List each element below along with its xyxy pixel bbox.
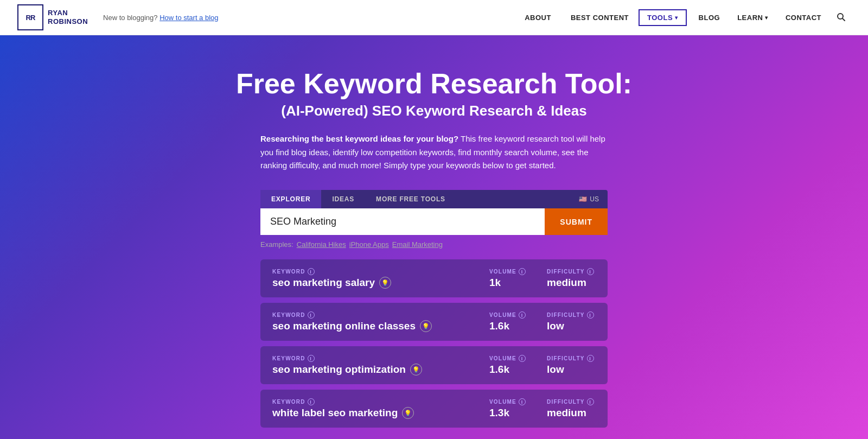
logo-name: RYAN ROBINSON <box>48 9 88 26</box>
lightbulb-icon[interactable]: 💡 <box>410 364 422 376</box>
table-row[interactable]: KEYWORD i seo marketing optimization 💡 V… <box>260 346 608 384</box>
volume-value: 1.6k <box>489 364 538 376</box>
search-icon-btn[interactable] <box>831 8 851 27</box>
start-blog-link[interactable]: How to start a blog <box>159 14 218 22</box>
volume-info-icon[interactable]: i <box>519 398 526 405</box>
volume-value: 1.6k <box>489 320 538 332</box>
tab-explorer[interactable]: EXPLORER <box>260 190 321 208</box>
volume-column: VOLUME i 1.6k <box>489 311 538 332</box>
lightbulb-icon[interactable]: 💡 <box>420 320 432 332</box>
hero-title: Free Keyword Research Tool: <box>236 68 632 100</box>
difficulty-info-icon[interactable]: i <box>587 398 594 405</box>
difficulty-column: DIFFICULTY i low <box>547 311 596 332</box>
difficulty-column: DIFFICULTY i medium <box>547 268 596 289</box>
tool-tabs-row: EXPLORER IDEAS MORE FREE TOOLS 🇺🇸 US <box>260 190 608 208</box>
hero-desc-bold: Researching the best keyword ideas for y… <box>260 134 458 143</box>
difficulty-value: low <box>547 320 596 332</box>
example-email-marketing[interactable]: Email Marketing <box>392 240 443 249</box>
tool-widget: EXPLORER IDEAS MORE FREE TOOLS 🇺🇸 US SUB… <box>260 190 608 249</box>
examples-prefix: Examples: <box>260 240 293 249</box>
main-nav: ABOUT BEST CONTENT TOOLS ▾ BLOG LEARN ▾ … <box>515 8 851 27</box>
difficulty-label: DIFFICULTY i <box>547 398 596 405</box>
difficulty-label: DIFFICULTY i <box>547 311 596 319</box>
nav-learn[interactable]: LEARN ▾ <box>730 9 776 26</box>
tab-more-free-tools[interactable]: MORE FREE TOOLS <box>365 190 456 208</box>
volume-label: VOLUME i <box>489 355 538 362</box>
flag-label: US <box>590 195 599 203</box>
logo-icon: RR <box>17 4 43 30</box>
svg-line-1 <box>843 18 845 21</box>
keyword-column: KEYWORD i seo marketing salary 💡 <box>272 268 481 289</box>
keyword-info-icon[interactable]: i <box>308 355 315 362</box>
tool-examples: Examples: California Hikes iPhone Apps E… <box>260 240 608 249</box>
difficulty-value: medium <box>547 407 596 419</box>
keyword-column: KEYWORD i seo marketing optimization 💡 <box>272 355 481 376</box>
volume-info-icon[interactable]: i <box>519 268 526 275</box>
keyword-info-icon[interactable]: i <box>308 268 315 275</box>
volume-column: VOLUME i 1k <box>489 268 538 289</box>
results-list: KEYWORD i seo marketing salary 💡 VOLUME … <box>260 259 608 428</box>
difficulty-value: medium <box>547 277 596 289</box>
hero-description: Researching the best keyword ideas for y… <box>260 132 608 173</box>
difficulty-info-icon[interactable]: i <box>587 311 594 319</box>
keyword-column: KEYWORD i white label seo marketing 💡 <box>272 398 481 419</box>
learn-chevron-icon: ▾ <box>765 15 768 21</box>
difficulty-column: DIFFICULTY i low <box>547 355 596 376</box>
difficulty-label: DIFFICULTY i <box>547 268 596 275</box>
search-icon <box>837 12 845 21</box>
keyword-value: white label seo marketing 💡 <box>272 407 481 419</box>
volume-info-icon[interactable]: i <box>519 311 526 319</box>
keyword-value: seo marketing salary 💡 <box>272 277 481 289</box>
volume-value: 1k <box>489 277 538 289</box>
example-california-hikes[interactable]: California Hikes <box>297 240 346 249</box>
navbar: RR RYAN ROBINSON New to blogging? How to… <box>0 0 868 35</box>
keyword-value: seo marketing online classes 💡 <box>272 320 481 332</box>
keyword-label: KEYWORD i <box>272 311 481 319</box>
keyword-info-icon[interactable]: i <box>308 398 315 405</box>
keyword-info-icon[interactable]: i <box>308 311 315 319</box>
volume-label: VOLUME i <box>489 398 538 405</box>
volume-label: VOLUME i <box>489 311 538 319</box>
hero-subtitle: (AI-Powered) SEO Keyword Research & Idea… <box>281 103 587 119</box>
keyword-search-input[interactable] <box>260 208 545 235</box>
lightbulb-icon[interactable]: 💡 <box>402 407 414 419</box>
keyword-label: KEYWORD i <box>272 398 481 405</box>
nav-best-content[interactable]: BEST CONTENT <box>561 9 639 26</box>
flag-indicator: 🇺🇸 US <box>570 190 608 208</box>
difficulty-info-icon[interactable]: i <box>587 355 594 362</box>
lightbulb-icon[interactable]: 💡 <box>379 277 391 289</box>
tool-search-row: SUBMIT <box>260 208 608 235</box>
logo[interactable]: RR RYAN ROBINSON <box>17 4 88 30</box>
tools-chevron-icon: ▾ <box>675 15 678 21</box>
table-row[interactable]: KEYWORD i white label seo marketing 💡 VO… <box>260 390 608 428</box>
keyword-label: KEYWORD i <box>272 268 481 275</box>
volume-column: VOLUME i 1.6k <box>489 355 538 376</box>
volume-label: VOLUME i <box>489 268 538 275</box>
keyword-column: KEYWORD i seo marketing online classes 💡 <box>272 311 481 332</box>
volume-info-icon[interactable]: i <box>519 355 526 362</box>
difficulty-value: low <box>547 364 596 376</box>
nav-contact[interactable]: CONTACT <box>776 9 831 26</box>
volume-value: 1.3k <box>489 407 538 419</box>
example-iphone-apps[interactable]: iPhone Apps <box>349 240 389 249</box>
tab-ideas[interactable]: IDEAS <box>321 190 365 208</box>
hero-section: Free Keyword Research Tool: (AI-Powered)… <box>0 35 868 439</box>
volume-column: VOLUME i 1.3k <box>489 398 538 419</box>
table-row[interactable]: KEYWORD i seo marketing salary 💡 VOLUME … <box>260 259 608 297</box>
logo-abbr: RR <box>26 14 35 22</box>
nav-blog[interactable]: BLOG <box>689 9 730 26</box>
keyword-label: KEYWORD i <box>272 355 481 362</box>
difficulty-label: DIFFICULTY i <box>547 355 596 362</box>
difficulty-column: DIFFICULTY i medium <box>547 398 596 419</box>
keyword-value: seo marketing optimization 💡 <box>272 364 481 376</box>
table-row[interactable]: KEYWORD i seo marketing online classes 💡… <box>260 303 608 341</box>
nav-tools[interactable]: TOOLS ▾ <box>639 9 687 26</box>
flag-emoji: 🇺🇸 <box>579 195 587 203</box>
nav-about[interactable]: ABOUT <box>515 9 561 26</box>
navbar-tagline: New to blogging? How to start a blog <box>103 14 218 22</box>
difficulty-info-icon[interactable]: i <box>587 268 594 275</box>
submit-button[interactable]: SUBMIT <box>545 208 608 235</box>
